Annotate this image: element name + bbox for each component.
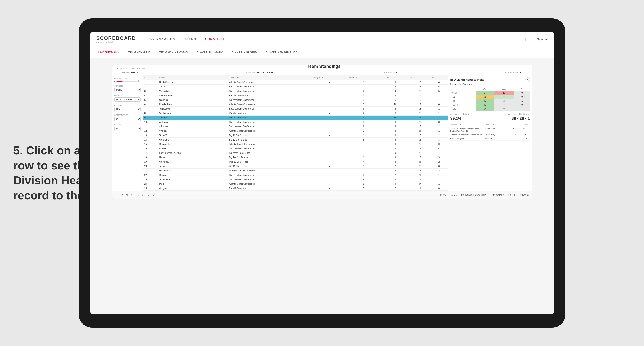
gender-select[interactable]: Men's: [114, 88, 141, 92]
subnav-team-h2h-grid[interactable]: TEAM H2H GRID: [128, 50, 150, 55]
table-row[interactable]: 19 California Pac-12 Conference - 4 8 24…: [143, 160, 448, 164]
table-row[interactable]: 25 Oregon Pac-12 Conference - 5 7 21 0: [143, 186, 448, 191]
col-header-conf-rank: Conf Rank: [346, 75, 382, 80]
comment-button[interactable]: 💬: [508, 193, 511, 196]
h2h-table-row: 51-100 20 3 0: [450, 103, 530, 107]
col-header-reg-rank: Reg Rank: [313, 75, 346, 80]
timer-button[interactable]: ⏱: [153, 194, 156, 196]
share-button[interactable]: ↗ Share: [520, 193, 528, 196]
view-original-button[interactable]: 👁 View: Original: [440, 194, 458, 196]
tournament-row: Jackson T. Stephens Cup Men's Match-Play…: [450, 127, 530, 133]
table-row[interactable]: 2 Auburn Southeastern Conference - 1 9 2…: [143, 85, 448, 89]
col-header-school: School: [158, 75, 228, 80]
subnav-team-summary[interactable]: TEAM SUMMARY: [96, 50, 120, 55]
table-row[interactable]: 15 Georgia Tech Atlantic Coast Conferenc…: [143, 142, 448, 147]
min-rounds-slider[interactable]: [116, 81, 138, 82]
grid-button[interactable]: ⊞: [514, 193, 516, 196]
update-time: Update time: 27/03/2024 15:56:26: [116, 67, 147, 69]
reset-button[interactable]: ⟳: [148, 193, 150, 196]
undo-button2[interactable]: ↩: [121, 193, 123, 196]
tablet-screen: SCOREBOARD Powered by clippd TOURNAMENTS…: [90, 32, 554, 314]
center-panel: # School Conference Reg Rank Conf Rank N…: [143, 75, 448, 191]
nav-teams[interactable]: TEAMS: [184, 36, 196, 42]
wlt-row: 99.1% 86 - 26 - 1: [450, 116, 530, 121]
table-row[interactable]: 21 New Mexico Mountain West Conference -…: [143, 169, 448, 173]
division-filter-display: Division: NCAA Division I: [246, 71, 276, 74]
min-rounds-label: Minimum Rou...: [114, 77, 141, 80]
min-rounds-filter: Minimum Rou... 4 20: [114, 77, 141, 82]
paste-button[interactable]: ⬚: [142, 193, 144, 196]
tablet-frame: SCOREBOARD Powered by clippd TOURNAMENTS…: [79, 18, 566, 328]
table-row[interactable]: 9 Arizona Pac-12 Conference - 9 10 24 3: [143, 116, 448, 120]
app-window: Update time: 27/03/2024 15:56:26 Team St…: [112, 65, 532, 199]
gender-filter-display: Gender: Men's: [121, 71, 138, 74]
watch-button[interactable]: 👁 Watch ▾: [492, 193, 504, 196]
table-row[interactable]: 24 Duke Atlantic Coast Conference - 5 9 …: [143, 182, 448, 186]
conference-label: Conference: [114, 114, 141, 116]
subnav-player-h2h-grid[interactable]: PLAYER H2H GRID: [232, 50, 257, 55]
h2h-title: In Division Head-to-Head: [450, 78, 484, 81]
nav-tournaments[interactable]: TOURNAMENTS: [149, 36, 176, 42]
h2h-col-range: [450, 87, 476, 91]
logo-text: SCOREBOARD: [96, 35, 136, 41]
h2h-table-row: 26-50 25 2 1: [450, 99, 530, 103]
t-col-score: Score: [522, 123, 530, 125]
table-row[interactable]: 22 Georgia Southeastern Conference - 8 7…: [143, 173, 448, 177]
subnav-player-summary[interactable]: PLAYER SUMMARY: [197, 50, 223, 55]
standings-table: # School Conference Reg Rank Conf Rank N…: [143, 75, 448, 191]
conference-select[interactable]: (All): [114, 117, 141, 121]
right-panel: In Division Head-to-Head ✕ University of…: [448, 75, 532, 191]
col-header-no-tour: No Tour: [382, 75, 409, 80]
table-row[interactable]: 10 Alabama Southeastern Conference - 5 8…: [143, 120, 448, 124]
table-row[interactable]: 18 Illinois Big Ten Conference - 1 9 28 …: [143, 155, 448, 160]
gender-filter: Gender Men's: [114, 85, 141, 92]
app-title: Team Standings: [147, 65, 501, 69]
h2h-col-tie: Tie: [514, 87, 530, 91]
table-row[interactable]: 7 Tennessee Southeastern Conference - 6 …: [143, 107, 448, 111]
min-rounds-slider-row: 4 20: [114, 80, 141, 82]
h2h-header: In Division Head-to-Head ✕: [450, 77, 530, 82]
app-header: Update time: 27/03/2024 15:56:26 Team St…: [112, 65, 532, 75]
tournament-section: Tournament Event Type Pos Score Jackson …: [450, 123, 530, 141]
table-row[interactable]: 20 Texas Big 12 Conference - 3 7 20 0: [143, 164, 448, 169]
nav-committee[interactable]: COMMITTEE: [205, 36, 226, 42]
table-row[interactable]: 14 Oklahoma Big 12 Conference - 8 8 26 3: [143, 138, 448, 142]
table-row[interactable]: 6 Florida State Atlantic Coast Conferenc…: [143, 102, 448, 107]
table-row[interactable]: 4 Arizona State Pac-12 Conference - 4 9 …: [143, 93, 448, 98]
col-header-rnds: Rnds: [409, 75, 430, 80]
sign-out-button[interactable]: Sign out: [537, 37, 548, 41]
table-row[interactable]: 13 Texas Tech Big 12 Conference - 1 9 27…: [143, 133, 448, 138]
undo-button[interactable]: ↩: [116, 193, 118, 196]
h2h-table: Win Loss Tie Top 10 3 13 0 11-25 11 8 0 …: [450, 87, 530, 111]
subnav-player-h2h-heatmap[interactable]: PLAYER H2H HEATMAP: [266, 50, 298, 55]
h2h-close-button[interactable]: ✕: [526, 77, 530, 82]
wlt-value: 86 - 26 - 1: [512, 116, 530, 121]
region-select[interactable]: N/A: [114, 107, 141, 111]
school-select[interactable]: (All): [114, 127, 141, 131]
table-row[interactable]: 11 Arkansas Southeastern Conference - 6 …: [143, 124, 448, 129]
app-body: Minimum Rou... 4 20 Gender: [112, 75, 532, 191]
table-row[interactable]: 5 Ole Miss Southeastern Conference - 3 6…: [143, 98, 448, 102]
nav-items: TOURNAMENTS TEAMS COMMITTEE: [149, 36, 328, 42]
filter-row: Gender: Men's Division: NCAA Division I …: [116, 71, 528, 74]
region-filter: Region N/A: [114, 104, 141, 111]
top-nav: SCOREBOARD Powered by clippd TOURNAMENTS…: [90, 32, 554, 47]
redo-button[interactable]: ↪: [126, 193, 128, 196]
table-row[interactable]: 23 Texas A&M Southeastern Conference - 9…: [143, 177, 448, 182]
table-row[interactable]: 8 Washington Pac-12 Conference - 2 8 23 …: [143, 111, 448, 116]
opponents-row: Opponents in division: W-L-T record in-d…: [450, 113, 530, 115]
save-custom-view-button[interactable]: 💾 Save Custom View: [461, 193, 486, 196]
table-row[interactable]: 3 Vanderbilt Southeastern Conference - 2…: [143, 89, 448, 93]
copy-button[interactable]: ⬚: [137, 193, 139, 196]
region-filter-display: Region: All: [384, 71, 397, 74]
table-row[interactable]: 1 North Carolina Atlantic Coast Conferen…: [143, 80, 448, 85]
subnav-team-h2h-heatmap[interactable]: TEAM H2H HEATMAP: [159, 50, 188, 55]
table-row[interactable]: 12 Virginia Atlantic Coast Conference - …: [143, 129, 448, 133]
division-filter: Division NCAA Division I: [114, 95, 141, 102]
toolbar-separator: [489, 193, 489, 197]
division-select[interactable]: NCAA Division I: [114, 97, 141, 102]
t-col-tournament: Tournament: [450, 123, 483, 125]
table-row[interactable]: 16 Florida Southeastern Conference - 7 9…: [143, 147, 448, 151]
table-row[interactable]: 17 East Tennessee State Southern Confere…: [143, 151, 448, 155]
delete-button[interactable]: ✂: [132, 193, 134, 196]
